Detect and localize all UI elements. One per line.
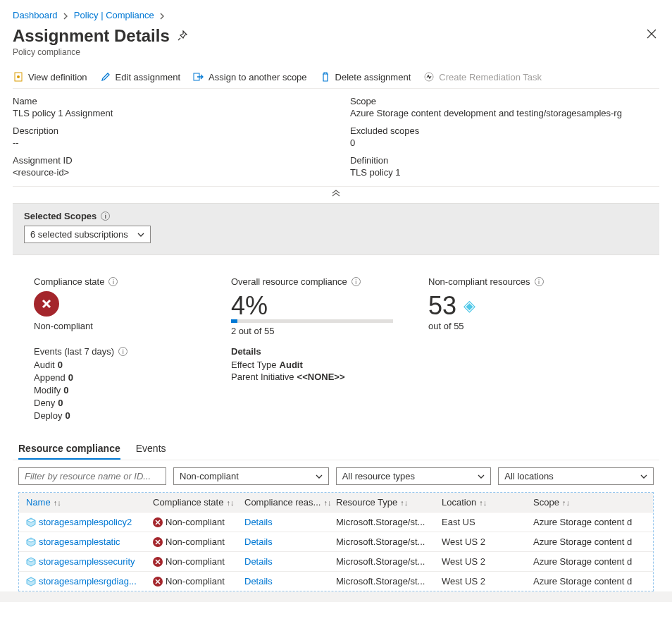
compliance-state-value: Non-compliant bbox=[34, 321, 196, 331]
resource-name-link[interactable]: storagesamplestatic bbox=[23, 536, 150, 547]
info-icon[interactable]: i bbox=[351, 277, 361, 286]
overall-compliance-label: Overall resource compliance bbox=[231, 276, 347, 287]
compliance-reason-cell: Details bbox=[242, 556, 333, 567]
breadcrumb: Dashboard Policy | Compliance bbox=[13, 10, 659, 20]
col-reason[interactable]: Compliance reas...↑↓ bbox=[242, 497, 333, 508]
horizontal-scrollbar[interactable] bbox=[0, 591, 672, 602]
effect-type-label: Effect Type bbox=[231, 360, 277, 370]
resource-table: Name↑↓ Compliance state↑↓ Compliance rea… bbox=[18, 492, 654, 591]
sort-icon: ↑↓ bbox=[479, 498, 487, 507]
col-scope[interactable]: Scope↑↓ bbox=[530, 497, 649, 508]
event-audit-label: Audit bbox=[34, 360, 55, 370]
scope-cell: Azure Storage content d bbox=[530, 517, 649, 527]
details-heading: Details bbox=[231, 346, 393, 357]
page-subtitle: Policy compliance bbox=[13, 47, 188, 57]
resource-type-cell: Microsoft.Storage/st... bbox=[333, 517, 439, 527]
selected-subscriptions-dropdown[interactable]: 6 selected subscriptions bbox=[24, 226, 151, 243]
sort-icon: ↑↓ bbox=[226, 498, 234, 507]
definition-value: TLS policy 1 bbox=[350, 167, 659, 178]
details-link[interactable]: Details bbox=[244, 536, 273, 547]
details-link[interactable]: Details bbox=[244, 517, 273, 527]
chevron-right-icon bbox=[159, 10, 165, 20]
definition-label: Definition bbox=[350, 155, 659, 166]
view-definition-button[interactable]: View definition bbox=[13, 71, 87, 82]
resource-type-filter[interactable]: All resource types bbox=[336, 467, 492, 485]
collapse-toggle[interactable] bbox=[13, 187, 659, 203]
scope-cell: Azure Storage content d bbox=[530, 576, 649, 587]
overall-compliance-sub: 2 out of 55 bbox=[231, 326, 393, 336]
storage-icon bbox=[26, 517, 36, 527]
event-audit-value: 0 bbox=[58, 360, 63, 370]
col-state[interactable]: Compliance state↑↓ bbox=[150, 497, 242, 508]
filter-input[interactable] bbox=[18, 467, 166, 485]
noncompliant-icon bbox=[34, 291, 59, 317]
info-icon[interactable]: i bbox=[101, 211, 110, 221]
sort-icon: ↑↓ bbox=[323, 498, 331, 507]
resource-name-link[interactable]: storagesamplespolicy2 bbox=[23, 517, 150, 527]
table-row[interactable]: storagesamplesrgdiag...Non-compliantDeta… bbox=[19, 571, 653, 591]
description-value: -- bbox=[13, 137, 322, 148]
details-link[interactable]: Details bbox=[244, 576, 273, 587]
scope-label: Scope bbox=[350, 96, 659, 106]
pin-icon[interactable] bbox=[177, 26, 188, 46]
compliance-reason-cell: Details bbox=[242, 576, 333, 587]
location-cell: East US bbox=[439, 517, 530, 527]
remediation-icon bbox=[423, 71, 435, 82]
location-cell: West US 2 bbox=[439, 576, 530, 587]
compliance-state-cell: Non-compliant bbox=[150, 536, 242, 547]
table-row[interactable]: storagesamplessecurityNon-compliantDetai… bbox=[19, 551, 653, 571]
effect-type-value: Audit bbox=[280, 360, 303, 370]
parent-initiative-label: Parent Initiative bbox=[231, 372, 294, 382]
info-icon[interactable]: i bbox=[535, 277, 544, 286]
description-label: Description bbox=[13, 125, 322, 136]
compliance-state-cell: Non-compliant bbox=[150, 517, 242, 527]
noncompliant-icon bbox=[153, 537, 163, 547]
selected-scopes-label: Selected Scopes bbox=[24, 211, 97, 221]
col-location[interactable]: Location↑↓ bbox=[439, 497, 530, 508]
document-icon bbox=[13, 71, 24, 82]
col-name[interactable]: Name↑↓ bbox=[23, 497, 150, 508]
excluded-scopes-value: 0 bbox=[350, 137, 659, 148]
noncompliant-sub: out of 55 bbox=[428, 321, 590, 331]
tab-events[interactable]: Events bbox=[136, 443, 166, 460]
scope-value: Azure Storage content development and te… bbox=[350, 108, 659, 118]
info-icon[interactable]: i bbox=[118, 347, 127, 356]
delete-assignment-button[interactable]: Delete assignment bbox=[320, 71, 411, 82]
resource-type-cell: Microsoft.Storage/st... bbox=[333, 576, 439, 587]
location-cell: West US 2 bbox=[439, 556, 530, 567]
selected-scopes-bar: Selected Scopes i 6 selected subscriptio… bbox=[13, 203, 659, 255]
assign-scope-button[interactable]: Assign to another scope bbox=[193, 71, 306, 82]
table-row[interactable]: storagesamplespolicy2Non-compliantDetail… bbox=[19, 512, 653, 532]
storage-icon bbox=[26, 577, 36, 587]
edit-assignment-button[interactable]: Edit assignment bbox=[100, 71, 181, 82]
event-deny-value: 0 bbox=[58, 398, 63, 408]
chevron-down-icon bbox=[478, 471, 485, 481]
page-title: Assignment Details bbox=[13, 26, 188, 46]
breadcrumb-policy-compliance[interactable]: Policy | Compliance bbox=[74, 10, 154, 20]
svg-point-1 bbox=[17, 75, 20, 78]
assignment-id-value: <resource-id> bbox=[13, 167, 322, 178]
name-value: TLS policy 1 Assignment bbox=[13, 108, 322, 118]
table-header-row: Name↑↓ Compliance state↑↓ Compliance rea… bbox=[19, 493, 653, 512]
tab-resource-compliance[interactable]: Resource compliance bbox=[18, 443, 120, 460]
breadcrumb-dashboard[interactable]: Dashboard bbox=[13, 10, 58, 20]
trash-icon bbox=[320, 71, 331, 82]
noncompliant-icon bbox=[153, 577, 163, 587]
event-deny-label: Deny bbox=[34, 398, 55, 408]
table-row[interactable]: storagesamplestaticNon-compliantDetailsM… bbox=[19, 532, 653, 551]
chevron-down-icon bbox=[137, 229, 144, 240]
resource-name-link[interactable]: storagesamplessecurity bbox=[23, 556, 150, 567]
compliance-state-cell: Non-compliant bbox=[150, 576, 242, 587]
tabs: Resource compliance Events bbox=[13, 430, 659, 460]
noncompliant-icon bbox=[153, 517, 163, 527]
close-button[interactable] bbox=[644, 26, 659, 44]
location-filter[interactable]: All locations bbox=[498, 467, 654, 485]
compliance-state-filter[interactable]: Non-compliant bbox=[173, 467, 329, 485]
resource-name-link[interactable]: storagesamplesrgdiag... bbox=[23, 576, 150, 587]
event-modify-value: 0 bbox=[63, 385, 68, 395]
overall-compliance-percent: 4% bbox=[231, 291, 393, 321]
sort-icon: ↑↓ bbox=[562, 498, 570, 507]
info-icon[interactable]: i bbox=[108, 277, 118, 286]
details-link[interactable]: Details bbox=[244, 556, 273, 567]
col-type[interactable]: Resource Type↑↓ bbox=[333, 497, 439, 508]
